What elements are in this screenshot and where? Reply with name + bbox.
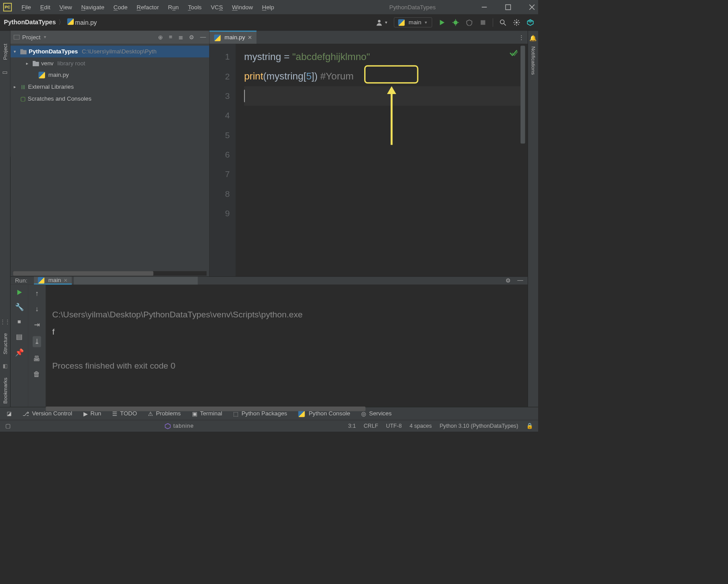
run-config-selector[interactable]: main ▼ <box>394 17 432 27</box>
menu-help[interactable]: Help <box>262 4 274 11</box>
svg-point-4 <box>378 20 381 23</box>
run-output[interactable]: C:\Users\yilma\Desktop\PythonDataTypes\v… <box>45 285 528 413</box>
run-tab[interactable]: main ✕ <box>34 277 72 285</box>
settings-icon[interactable]: ⚙ <box>189 34 194 41</box>
menu-navigate[interactable]: Navigate <box>81 4 105 11</box>
pin-icon[interactable]: 📌 <box>15 348 24 357</box>
print-icon[interactable]: 🖶 <box>33 354 40 363</box>
vertical-scrollbar[interactable] <box>521 45 525 143</box>
minimize-button[interactable] <box>481 4 487 10</box>
svg-point-6 <box>453 20 457 24</box>
lock-icon[interactable]: 🔒 <box>526 422 533 430</box>
tree-external-libs[interactable]: ▸ External Libraries <box>11 81 209 93</box>
toolwindow-icon[interactable]: ◪ <box>7 411 11 417</box>
line-number: 6 <box>210 145 230 164</box>
menu-window[interactable]: Window <box>232 4 253 11</box>
python-file-icon <box>38 72 45 79</box>
editor-tab-main[interactable]: main.py ✕ <box>210 30 256 44</box>
debug-button[interactable] <box>452 19 460 26</box>
project-view-label[interactable]: Project <box>22 34 40 41</box>
menu-vcs[interactable]: VCS <box>211 4 223 11</box>
tabnine-brand[interactable]: tabnine <box>11 423 348 430</box>
libraries-icon <box>20 83 26 90</box>
python-icon <box>398 19 405 26</box>
title-bar: PC File Edit View Navigate Code Refactor… <box>0 0 538 15</box>
up-icon[interactable]: ↑ <box>35 289 38 298</box>
soft-wrap-icon[interactable]: ⇥ <box>34 320 40 329</box>
bookmark-icon: ◧ <box>3 363 8 369</box>
scratches-icon <box>20 95 26 102</box>
app-icon: PC <box>3 3 11 11</box>
chevron-down-icon: ▾ <box>14 49 18 54</box>
status-eol[interactable]: CRLF <box>364 423 378 430</box>
settings-button[interactable] <box>513 19 521 26</box>
stop-button[interactable] <box>479 19 487 26</box>
maximize-button[interactable] <box>505 4 511 10</box>
breadcrumb: PythonDataTypes 〉 main.py <box>4 18 97 26</box>
horizontal-scrollbar[interactable] <box>45 407 528 411</box>
breadcrumb-project[interactable]: PythonDataTypes <box>4 19 56 26</box>
stop-button[interactable]: ■ <box>18 318 21 325</box>
menu-refactor[interactable]: Refactor <box>137 4 159 11</box>
tree-venv-label: venv <box>41 60 53 67</box>
horizontal-scrollbar[interactable] <box>13 271 207 275</box>
bell-icon[interactable]: 🔔 <box>529 34 536 41</box>
code-with-me-button[interactable]: ▼ <box>376 19 388 26</box>
sidebar-tab-notifications[interactable]: Notifications <box>530 46 536 75</box>
search-button[interactable] <box>499 19 507 26</box>
right-tool-strip: 🔔 Notifications <box>528 30 538 407</box>
sidebar-tab-bookmarks[interactable]: Bookmarks <box>2 377 8 403</box>
close-tab-icon[interactable]: ✕ <box>248 34 252 41</box>
close-button[interactable] <box>529 4 535 10</box>
tree-root[interactable]: ▾ PythonDataTypes C:\Users\yilma\Desktop… <box>11 45 209 57</box>
status-indent[interactable]: 4 spaces <box>410 423 432 430</box>
quick-access-icon[interactable]: ▢ <box>5 422 11 430</box>
menu-code[interactable]: Code <box>113 4 128 11</box>
python-icon <box>38 277 45 283</box>
status-encoding[interactable]: UTF-8 <box>386 423 402 430</box>
close-icon[interactable]: ✕ <box>64 277 68 283</box>
tree-scratches[interactable]: Scratches and Consoles <box>11 93 209 105</box>
hide-icon[interactable]: — <box>517 277 523 284</box>
tree-root-label: PythonDataTypes <box>29 48 78 55</box>
breadcrumb-file[interactable]: main.py <box>67 18 97 26</box>
sidebar-tab-project[interactable]: Project <box>2 44 8 60</box>
scroll-to-end-icon[interactable]: ⤓ <box>33 336 41 347</box>
layout-icon[interactable]: ▤ <box>16 332 23 341</box>
run-button[interactable] <box>438 19 446 26</box>
svg-marker-26 <box>165 423 170 429</box>
select-opened-file-icon[interactable]: ⊕ <box>158 34 163 41</box>
code-area[interactable]: 1 2 3 4 5 6 7 8 9 mystring = "abcdefghij… <box>210 44 528 276</box>
tree-root-path: C:\Users\yilma\Desktop\Pyth <box>82 48 156 55</box>
inspections-ok-icon[interactable] <box>509 48 518 57</box>
menu-tools[interactable]: Tools <box>188 4 202 11</box>
tree-main-file[interactable]: main.py <box>11 69 209 81</box>
editor-tab-label: main.py <box>225 34 245 41</box>
tree-venv[interactable]: ▸ venv library root <box>11 57 209 69</box>
menu-run[interactable]: Run <box>168 4 179 11</box>
line-number: 5 <box>210 125 230 145</box>
hide-icon[interactable]: — <box>200 34 206 41</box>
menu-edit[interactable]: Edit <box>40 4 50 11</box>
code-source[interactable]: mystring = "abcdefghijklmno" print(mystr… <box>236 44 528 276</box>
sidebar-tab-structure[interactable]: Structure <box>2 333 8 354</box>
gear-icon[interactable]: ⚙ <box>505 277 511 284</box>
menu-file[interactable]: File <box>22 4 31 11</box>
rerun-button[interactable] <box>16 289 23 296</box>
coverage-button[interactable] <box>465 19 473 26</box>
project-tree[interactable]: ▾ PythonDataTypes C:\Users\yilma\Desktop… <box>11 44 209 271</box>
run-panel: Run: main ✕ ⚙ — 🔧 <box>11 276 528 407</box>
text-caret <box>244 90 245 102</box>
trash-icon[interactable]: 🗑 <box>33 370 40 378</box>
editor-tabs-more[interactable]: ⋮ <box>515 30 528 44</box>
expand-all-icon[interactable]: ≡ <box>169 34 173 41</box>
menu-view[interactable]: View <box>60 4 72 11</box>
collapse-all-icon[interactable]: ≣ <box>178 34 183 41</box>
svg-marker-25 <box>17 290 22 295</box>
jetbrains-toolbox-icon[interactable] <box>526 19 534 26</box>
wrench-icon[interactable]: 🔧 <box>15 303 24 311</box>
status-interpreter[interactable]: Python 3.10 (PythonDataTypes) <box>440 423 518 430</box>
status-position[interactable]: 3:1 <box>348 423 356 430</box>
down-icon[interactable]: ↓ <box>35 305 38 313</box>
run-gutter-primary: 🔧 ■ ▤ 📌 <box>11 285 28 413</box>
